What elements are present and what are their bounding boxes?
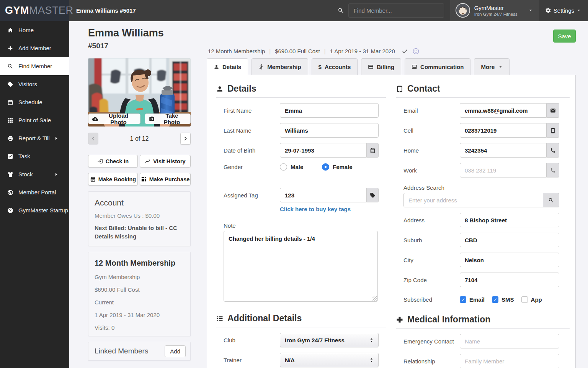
sidebar-item-find-member[interactable]: Find Member xyxy=(0,57,69,75)
sidebar-item-gymmaster-startup[interactable]: GymMaster Startup xyxy=(0,201,69,219)
home-phone-field[interactable] xyxy=(460,143,547,158)
printer-icon xyxy=(7,135,13,141)
sidebar-item-add-member[interactable]: Add Member xyxy=(0,39,69,57)
photo-pager-label: 1 of 12 xyxy=(98,135,180,142)
check-in-button[interactable]: Check In xyxy=(88,155,138,168)
member-id: #5017 xyxy=(88,42,108,50)
additional-details-heading: Additional Details xyxy=(216,313,386,327)
tag-icon xyxy=(370,192,376,198)
take-photo-button[interactable]: Take Photo xyxy=(145,113,191,124)
suburb-row: Suburb xyxy=(395,233,571,247)
cell-field[interactable] xyxy=(460,123,547,138)
settings-menu[interactable]: Settings xyxy=(539,0,588,21)
sidebar-item-stock[interactable]: Stock xyxy=(0,165,69,183)
subscribed-email-checkbox[interactable]: Email xyxy=(460,296,485,303)
grid-icon xyxy=(141,176,147,182)
membership-summary: 12 Month Membership | $690.00 Full Cost … xyxy=(208,48,420,55)
address-search-label: Address Search xyxy=(403,184,571,191)
emergency-contact-field[interactable] xyxy=(460,334,559,348)
user-menu[interactable]: GymMaster Iron Gym 24/7 Fitness xyxy=(450,0,539,21)
settings-label: Settings xyxy=(554,7,574,14)
photo-prev-button[interactable] xyxy=(88,133,98,145)
cell-phone-button[interactable] xyxy=(547,123,559,138)
sidebar-item-point-of-sale[interactable]: Point of Sale xyxy=(0,111,69,129)
tab-details[interactable]: Details xyxy=(207,58,248,75)
make-booking-button[interactable]: Make Booking xyxy=(88,173,138,186)
assigned-tag-field[interactable] xyxy=(280,188,367,202)
membership-card-line: Visits: 0 xyxy=(95,324,184,331)
work-phone-field[interactable] xyxy=(460,163,547,177)
email-button[interactable] xyxy=(547,103,559,118)
linked-members-add-button[interactable]: Add xyxy=(165,345,186,357)
tab-membership[interactable]: Membership xyxy=(252,58,308,75)
email-field[interactable] xyxy=(460,103,547,118)
email-row: Email xyxy=(395,103,571,118)
list-icon xyxy=(216,315,224,322)
sidebar-item-report-till[interactable]: Report & Till xyxy=(0,129,69,147)
tag-button[interactable] xyxy=(367,188,379,202)
dob-calendar-button[interactable] xyxy=(367,143,379,158)
member-tabs: Details Membership $Accounts Billing Com… xyxy=(207,58,510,75)
trainer-row: Trainer N/A xyxy=(215,353,387,367)
work-phone-row: Work xyxy=(395,163,571,177)
relationship-field[interactable] xyxy=(460,354,559,368)
sidebar-item-task[interactable]: Task xyxy=(0,147,69,165)
sidebar-item-member-portal[interactable]: Member Portal xyxy=(0,183,69,201)
visit-history-button[interactable]: Visit History xyxy=(140,155,191,168)
tab-more[interactable]: More xyxy=(474,58,510,75)
city-field[interactable] xyxy=(460,253,559,267)
sidebar-item-home[interactable]: Home xyxy=(0,21,69,39)
user-icon xyxy=(216,85,224,93)
caret-right-icon xyxy=(53,135,59,141)
topbar-page-title: Emma Williams #5017 xyxy=(76,7,136,14)
sidebar-item-schedule[interactable]: Schedule xyxy=(0,93,69,111)
subscribed-app-checkbox[interactable]: App xyxy=(521,296,542,303)
dob-field[interactable] xyxy=(280,143,367,158)
tab-communication[interactable]: Communication xyxy=(405,58,470,75)
address-search-button[interactable] xyxy=(543,193,559,207)
contact-column: Contact Email Cell xyxy=(395,75,571,368)
make-purchase-button[interactable]: Make Purchase xyxy=(140,173,191,186)
membership-card-line: Gym Membership xyxy=(95,274,184,280)
gender-female-radio[interactable]: Female xyxy=(322,163,360,171)
sidebar-item-visitors[interactable]: Visitors xyxy=(0,75,69,93)
note-textarea[interactable]: Changed her billing details - 1/4 xyxy=(224,231,378,302)
first-name-field[interactable] xyxy=(280,103,379,118)
camera-icon xyxy=(149,116,155,122)
photo-next-button[interactable] xyxy=(180,133,191,145)
help-icon xyxy=(7,207,13,214)
note-label: Note xyxy=(224,222,387,229)
address-search-input[interactable] xyxy=(403,193,543,207)
club-row: Club Iron Gym 24/7 Fitness xyxy=(215,333,387,347)
subscribed-sms-checkbox[interactable]: SMS xyxy=(492,296,514,303)
buy-key-tags-link[interactable]: Click here to buy key tags xyxy=(280,206,387,212)
membership-card-line: $690.00 Full Cost xyxy=(95,286,184,293)
check-icon xyxy=(402,48,408,54)
account-card: Account Member Owes Us : $0.00 Next Bill… xyxy=(88,191,191,246)
details-section-heading: Details xyxy=(216,84,386,98)
suburb-field[interactable] xyxy=(460,233,559,247)
details-column: Details First Name Last Name Date of Bir… xyxy=(215,75,387,367)
home-icon xyxy=(7,27,13,33)
search-icon xyxy=(548,197,554,203)
details-panel: Details First Name Last Name Date of Bir… xyxy=(207,75,576,368)
chevron-left-icon xyxy=(91,136,96,141)
trainer-select[interactable]: N/A xyxy=(280,353,379,367)
member-detail-region: 12 Month Membership | $690.00 Full Cost … xyxy=(207,21,576,368)
address-row: Address xyxy=(395,213,571,227)
membership-card: 12 Month Membership Gym Membership $690.… xyxy=(88,252,191,336)
address-field[interactable] xyxy=(460,213,559,227)
subscribed-row: Subscribed Email SMS App xyxy=(395,296,571,304)
tablet-icon xyxy=(396,85,403,93)
home-phone-button[interactable] xyxy=(547,143,559,158)
cell-row: Cell xyxy=(395,123,571,138)
work-phone-button[interactable] xyxy=(547,163,559,177)
tab-accounts[interactable]: $Accounts xyxy=(312,58,358,75)
gender-male-radio[interactable]: Male xyxy=(280,163,318,171)
zip-field[interactable] xyxy=(460,273,559,287)
tab-billing[interactable]: Billing xyxy=(361,58,401,75)
upload-photo-button[interactable]: Upload Photo xyxy=(88,113,140,124)
club-select[interactable]: Iron Gym 24/7 Fitness xyxy=(280,333,379,347)
last-name-field[interactable] xyxy=(280,123,379,138)
find-member-search-input[interactable] xyxy=(348,3,444,18)
